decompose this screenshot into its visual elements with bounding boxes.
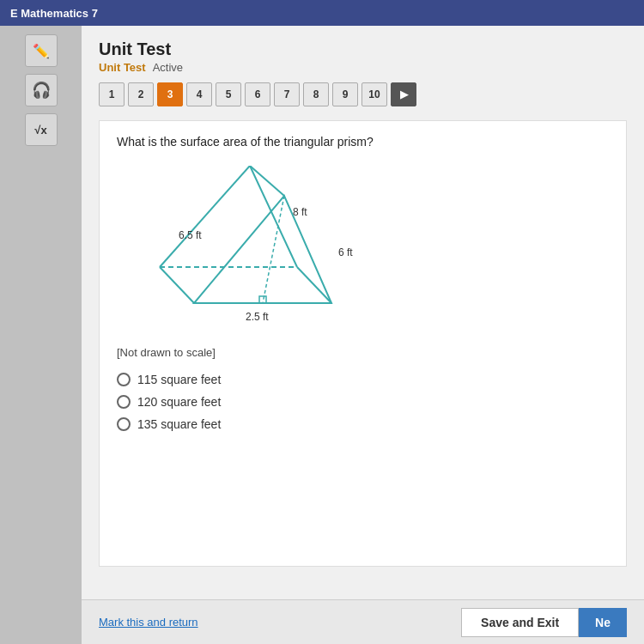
left-sidebar: ✏️ 🎧 √x [0,26,82,644]
answer-option-2[interactable]: 120 square feet [117,395,609,409]
question-nav: 1 2 3 4 5 6 7 8 9 10 ▶ [99,82,627,106]
question-box: What is the surface area of the triangul… [99,120,627,567]
nav-btn-9[interactable]: 9 [332,82,358,106]
page-title: Unit Test [99,39,627,59]
next-button[interactable]: Ne [579,608,627,637]
nav-btn-10[interactable]: 10 [361,82,387,106]
answers: 115 square feet 120 square feet 135 squa… [117,373,609,431]
answer-label-3: 135 square feet [137,417,221,431]
mark-return-link[interactable]: Mark this and return [99,616,198,629]
nav-btn-3[interactable]: 3 [157,82,183,106]
nav-btn-5[interactable]: 5 [216,82,241,106]
radio-3[interactable] [117,417,131,431]
svg-text:2.5 ft: 2.5 ft [246,311,269,323]
not-to-scale: [Not drawn to scale] [117,346,609,359]
app-title: E Mathematics 7 [10,7,98,20]
top-bar: E Mathematics 7 [0,0,644,26]
main-area: ✏️ 🎧 √x Unit Test Unit Test Active 1 2 3… [0,26,644,644]
svg-line-7 [263,196,284,303]
save-exit-button[interactable]: Save and Exit [461,608,579,637]
radio-2[interactable] [117,395,131,409]
bottom-bar: Mark this and return Save and Exit Ne [82,599,644,644]
content-area: Unit Test Unit Test Active 1 2 3 4 5 6 7… [82,26,644,644]
radio-1[interactable] [117,373,131,386]
nav-btn-2[interactable]: 2 [128,82,154,106]
svg-line-3 [297,267,331,303]
answer-option-3[interactable]: 135 square feet [117,417,609,431]
nav-next-arrow[interactable]: ▶ [391,82,416,106]
prism-diagram: 6.5 ft 8 ft 6 ft 2.5 ft [134,166,374,337]
svg-line-1 [160,267,194,303]
svg-text:6.5 ft: 6.5 ft [179,229,202,241]
breadcrumb-link[interactable]: Unit Test [99,61,146,74]
pencil-icon[interactable]: ✏️ [25,34,58,67]
answer-option-1[interactable]: 115 square feet [117,373,609,386]
nav-btn-8[interactable]: 8 [303,82,329,106]
nav-btn-4[interactable]: 4 [186,82,212,106]
svg-text:8 ft: 8 ft [293,206,307,218]
headphone-icon[interactable]: 🎧 [25,74,58,106]
diagram-area: 6.5 ft 8 ft 6 ft 2.5 ft [134,166,374,337]
nav-btn-1[interactable]: 1 [99,82,125,106]
formula-icon[interactable]: √x [25,113,58,146]
breadcrumb: Unit Test Active [99,61,627,74]
question-text: What is the surface area of the triangul… [117,135,609,149]
answer-label-2: 120 square feet [137,395,221,409]
svg-text:6 ft: 6 ft [338,246,353,258]
svg-line-2 [250,166,284,196]
nav-btn-6[interactable]: 6 [245,82,270,106]
nav-btn-7[interactable]: 7 [274,82,300,106]
answer-label-1: 115 square feet [137,373,221,386]
svg-marker-0 [194,196,331,303]
breadcrumb-status: Active [153,61,183,74]
bottom-buttons: Save and Exit Ne [461,608,627,637]
